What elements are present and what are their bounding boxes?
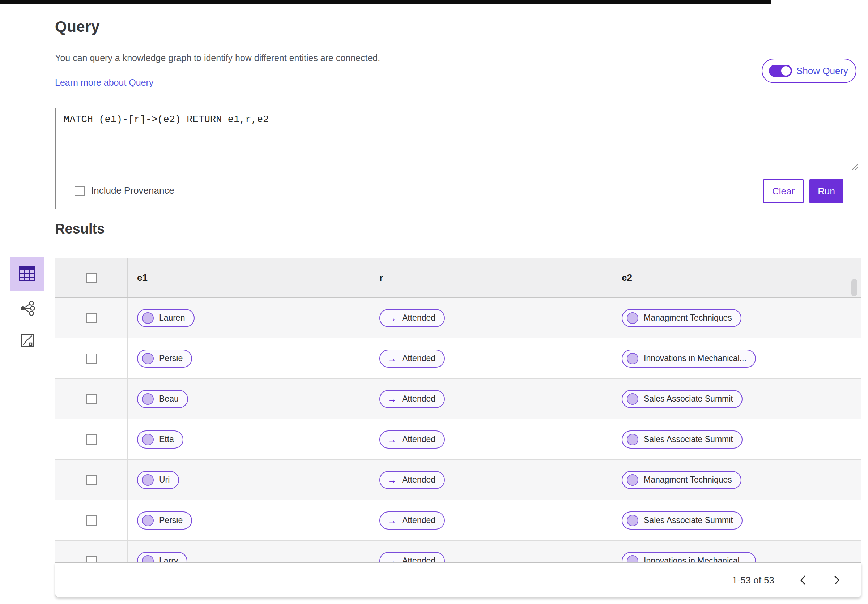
page-count-label: 1-53 of 53 (732, 575, 774, 586)
entity-pill-e1[interactable]: Beau (137, 390, 188, 408)
vertical-scrollbar[interactable] (851, 279, 857, 297)
arrow-right-icon (388, 435, 397, 444)
pagination-bar: 1-53 of 53 (55, 563, 862, 598)
relation-pill[interactable]: Attended (380, 309, 445, 327)
row-checkbox[interactable] (87, 516, 96, 525)
run-button[interactable]: Run (809, 179, 843, 203)
include-provenance-checkbox[interactable] (74, 186, 85, 196)
row-checkbox[interactable] (87, 556, 96, 563)
resize-handle-icon[interactable] (850, 162, 859, 171)
clear-button[interactable]: Clear (763, 179, 804, 203)
table-row: Etta Attended Sales Associate Summit (55, 419, 861, 460)
row-checkbox[interactable] (87, 434, 96, 445)
table-row: Uri Attended Managment Techniques (55, 460, 861, 500)
entity-pill-e2[interactable]: Sales Associate Summit (622, 390, 742, 408)
row-checkbox[interactable] (87, 313, 96, 323)
table-header-row: e1 r e2 (55, 258, 861, 298)
graph-view-icon (20, 301, 35, 316)
e2-pill-label: Sales Associate Summit (644, 516, 733, 525)
arrow-right-icon (388, 516, 397, 525)
entity-node-icon (142, 312, 154, 324)
e2-pill-label: Managment Techniques (644, 475, 732, 485)
arrow-right-icon (388, 314, 397, 323)
table-row: Beau Attended Sales Associate Summit (55, 379, 861, 419)
entity-node-icon (627, 353, 639, 365)
entity-pill-e2[interactable]: Innovations in Mechanical... (622, 552, 756, 563)
column-header-e2[interactable]: e2 (612, 258, 848, 298)
entity-node-icon (627, 393, 639, 405)
entity-pill-e2[interactable]: Sales Associate Summit (622, 511, 742, 530)
table-row: Persie Attended Innovations in Mechanica… (55, 338, 861, 379)
entity-pill-e2[interactable]: Sales Associate Summit (622, 431, 742, 449)
entity-pill-e2[interactable]: Managment Techniques (622, 471, 741, 489)
relation-pill[interactable]: Attended (380, 552, 445, 563)
entity-node-icon (627, 555, 639, 563)
chevron-left-icon (800, 575, 806, 585)
table-row: Persie Attended Sales Associate Summit (55, 500, 861, 541)
show-query-toggle[interactable]: Show Query (762, 59, 856, 83)
next-page-button[interactable] (831, 573, 842, 588)
show-query-label: Show Query (797, 65, 848, 77)
arrow-right-icon (388, 475, 397, 485)
row-checkbox[interactable] (87, 354, 96, 364)
row-checkbox[interactable] (87, 394, 96, 404)
toggle-on-icon (769, 65, 792, 77)
entity-pill-e1[interactable]: Etta (137, 431, 183, 449)
entity-pill-e1[interactable]: Persie (137, 511, 192, 530)
arrow-right-icon (388, 556, 397, 563)
entity-pill-e1[interactable]: Lauren (137, 309, 195, 327)
e1-pill-label: Persie (159, 516, 183, 525)
select-all-checkbox[interactable] (87, 273, 96, 283)
arrow-right-icon (388, 394, 397, 404)
relation-pill[interactable]: Attended (380, 471, 445, 489)
relation-pill[interactable]: Attended (380, 390, 445, 408)
entity-node-icon (627, 434, 639, 445)
entity-node-icon (142, 434, 154, 445)
query-page: Query You can query a knowledge graph to… (0, 0, 868, 604)
panel-divider (56, 174, 861, 174)
entity-pill-e2[interactable]: Innovations in Mechanical... (622, 349, 756, 368)
table-view-button[interactable] (10, 256, 44, 290)
column-header-r[interactable]: r (370, 258, 612, 298)
entity-node-icon (142, 515, 154, 526)
entity-node-icon (627, 312, 639, 324)
relation-pill[interactable]: Attended (380, 511, 445, 530)
relation-pill[interactable]: Attended (380, 349, 445, 368)
e1-pill-label: Larry (159, 556, 178, 563)
e2-pill-label: Innovations in Mechanical... (644, 354, 747, 363)
entity-node-icon (142, 555, 154, 563)
entity-pill-e1[interactable]: Persie (137, 349, 192, 368)
top-black-bar (0, 0, 772, 4)
e2-pill-label: Sales Associate Summit (644, 434, 733, 444)
chart-view-button[interactable] (19, 332, 36, 349)
relation-pill-label: Attended (402, 434, 436, 444)
column-header-e1[interactable]: e1 (128, 258, 370, 298)
graph-view-button[interactable] (18, 299, 37, 318)
chart-view-icon (21, 334, 34, 348)
table-view-icon (19, 266, 36, 281)
relation-pill-label: Attended (402, 313, 436, 323)
entity-pill-e1[interactable]: Larry (137, 552, 188, 563)
row-checkbox[interactable] (87, 475, 96, 485)
results-table: e1 r e2 Lauren Attended Managment Techni (55, 258, 862, 563)
entity-node-icon (627, 474, 639, 486)
relation-pill-label: Attended (402, 394, 436, 404)
e2-pill-label: Innovations in Mechanical... (644, 556, 747, 563)
relation-pill[interactable]: Attended (380, 431, 445, 449)
e1-pill-label: Persie (159, 354, 183, 363)
relation-pill-label: Attended (402, 354, 436, 363)
learn-more-link[interactable]: Learn more about Query (55, 77, 153, 88)
include-provenance-label: Include Provenance (91, 185, 174, 196)
query-text-input[interactable]: MATCH (e1)-[r]->(e2) RETURN e1,r,e2 (64, 114, 269, 125)
e1-pill-label: Uri (159, 475, 170, 485)
relation-pill-label: Attended (402, 475, 436, 485)
entity-node-icon (627, 515, 639, 526)
previous-page-button[interactable] (797, 573, 808, 588)
page-description: You can query a knowledge graph to ident… (55, 53, 380, 63)
entity-pill-e1[interactable]: Uri (137, 471, 179, 489)
entity-node-icon (142, 393, 154, 405)
table-row: Larry Attended Innovations in Mechanical… (55, 541, 861, 563)
chevron-right-icon (834, 575, 840, 585)
e2-pill-label: Managment Techniques (644, 313, 732, 323)
entity-pill-e2[interactable]: Managment Techniques (622, 309, 741, 327)
